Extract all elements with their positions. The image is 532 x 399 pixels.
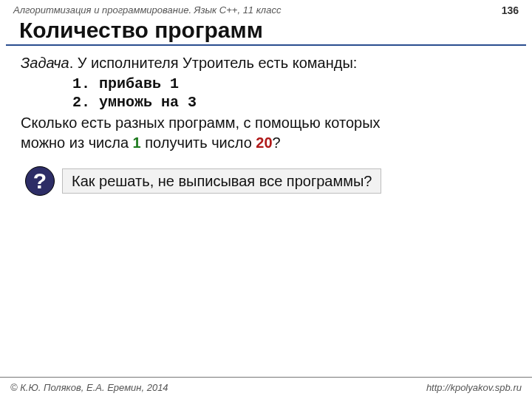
problem-label: Задача — [21, 55, 69, 71]
question-line-2: можно из числа 1 получить число 20? — [21, 133, 511, 153]
problem-statement: Задача. У исполнителя Утроитель есть ком… — [21, 53, 511, 73]
question-mark-icon: ? — [25, 166, 55, 196]
hint-text: Как решать, не выписывая все программы? — [62, 168, 381, 194]
title-rule: Количество программ — [6, 18, 526, 46]
course-title: Алгоритмизация и программирование. Язык … — [13, 4, 281, 16]
content: Задача. У исполнителя Утроитель есть ком… — [0, 53, 532, 196]
footer: © К.Ю. Поляков, Е.А. Еремин, 2014 http:/… — [0, 377, 532, 399]
q2-part-b: получить число — [141, 134, 256, 151]
page-number: 136 — [502, 4, 519, 16]
question-line-1: Сколько есть разных программ, с помощью … — [21, 113, 511, 133]
page-title: Количество программ — [19, 18, 513, 43]
header: Алгоритмизация и программирование. Язык … — [0, 0, 532, 18]
problem-intro: . У исполнителя Утроитель есть команды: — [69, 55, 358, 71]
command-list: 1. прибавь 1 2. умножь на 3 — [72, 73, 511, 113]
hint-row: ? Как решать, не выписывая все программы… — [25, 166, 511, 196]
start-number: 1 — [133, 134, 141, 151]
footer-url: http://kpolyakov.spb.ru — [426, 382, 522, 393]
copyright: © К.Ю. Поляков, Е.А. Еремин, 2014 — [10, 382, 168, 393]
command-1: 1. прибавь 1 — [72, 75, 511, 93]
q2-part-a: можно из числа — [21, 134, 133, 151]
command-2: 2. умножь на 3 — [72, 93, 511, 112]
q2-part-c: ? — [273, 134, 281, 151]
target-number: 20 — [256, 134, 272, 151]
